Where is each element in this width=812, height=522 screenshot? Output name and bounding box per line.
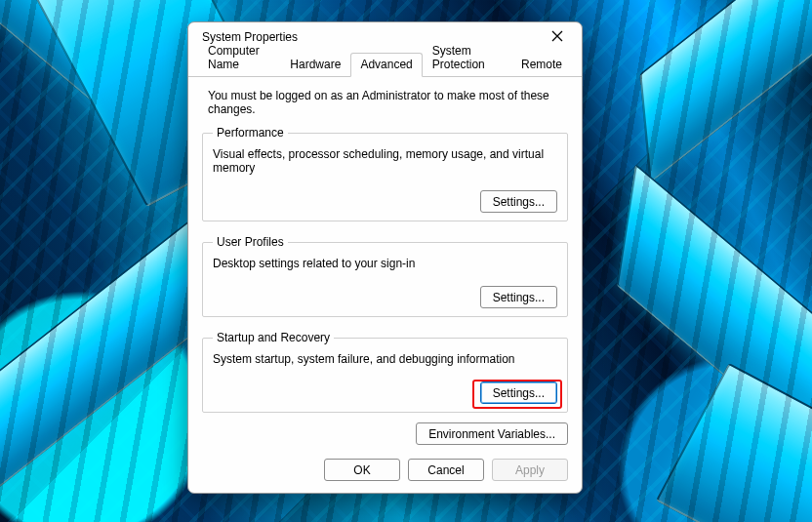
group-performance-desc: Visual effects, processor scheduling, me…: [213, 147, 557, 175]
performance-settings-button[interactable]: Settings...: [480, 190, 557, 213]
group-user-profiles-legend: User Profiles: [213, 235, 288, 249]
group-performance-legend: Performance: [213, 126, 288, 140]
admin-note: You must be logged on as an Administrato…: [208, 89, 562, 116]
tab-system-protection[interactable]: System Protection: [423, 39, 511, 76]
tab-strip: Computer Name Hardware Advanced System P…: [188, 52, 582, 77]
group-user-profiles: User Profiles Desktop settings related t…: [202, 235, 568, 317]
close-icon: [551, 30, 563, 45]
tab-body-advanced: You must be logged on as an Administrato…: [188, 77, 582, 422]
startup-settings-button[interactable]: Settings...: [480, 381, 557, 404]
group-user-profiles-desc: Desktop settings related to your sign-in: [213, 257, 557, 270]
cancel-button[interactable]: Cancel: [408, 459, 484, 481]
system-properties-dialog: System Properties Computer Name Hardware…: [187, 21, 583, 494]
group-startup-desc: System startup, system failure, and debu…: [213, 352, 557, 366]
close-button[interactable]: [541, 23, 574, 51]
tab-hardware[interactable]: Hardware: [280, 53, 350, 76]
environment-variables-button[interactable]: Environment Variables...: [416, 422, 568, 445]
dialog-footer: OK Cancel Apply: [188, 451, 582, 493]
group-startup-recovery: Startup and Recovery System startup, sys…: [202, 331, 568, 413]
group-startup-legend: Startup and Recovery: [213, 331, 334, 344]
apply-button[interactable]: Apply: [492, 459, 568, 481]
tab-advanced[interactable]: Advanced: [350, 53, 422, 77]
group-performance: Performance Visual effects, processor sc…: [202, 126, 568, 221]
tab-remote[interactable]: Remote: [511, 53, 572, 76]
user-profiles-settings-button[interactable]: Settings...: [480, 286, 557, 308]
ok-button[interactable]: OK: [324, 459, 400, 481]
tab-computer-name[interactable]: Computer Name: [198, 39, 280, 76]
